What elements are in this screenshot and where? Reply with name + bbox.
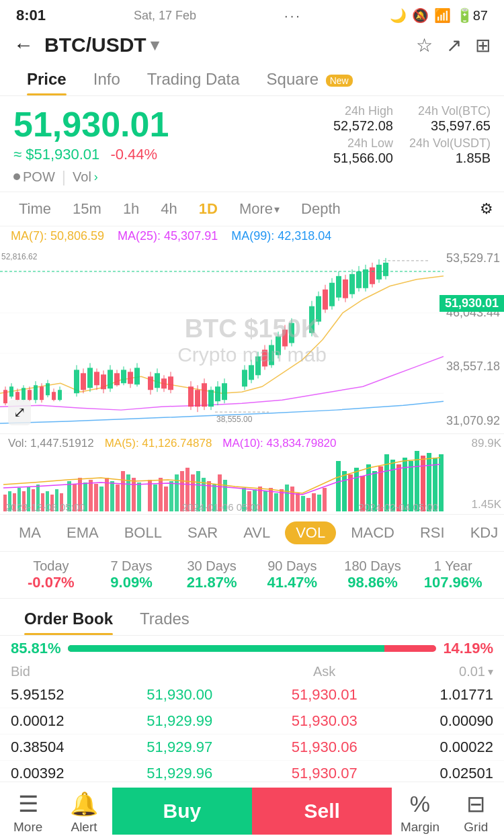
vol-btc-value: 35,597.65 (409, 118, 491, 134)
perf-30d-value: 21.87% (171, 574, 252, 591)
chart-tab-1d[interactable]: 1D (191, 198, 226, 220)
price-tags: POW | Vol › (13, 167, 169, 186)
ob-row-1[interactable]: 0.00012 51,929.99 51,930.03 0.00090 (0, 708, 504, 734)
nav-margin[interactable]: % Margin (392, 783, 448, 840)
chart-tab-more[interactable]: More ▾ (231, 198, 288, 220)
ob-tab-orderbook[interactable]: Order Book (11, 601, 126, 635)
header-actions: ☆ ↗ ⊞ (416, 34, 491, 56)
ob-row-bid-1: 0.00012 (11, 712, 108, 730)
ob-row-ask-3: 0.02501 (396, 765, 493, 782)
ob-row-ask-price-1: 51,930.03 (252, 712, 396, 730)
indicator-rsi[interactable]: RSI (409, 521, 456, 544)
ob-bar-bid-fill (68, 645, 384, 652)
price-sub: ≈ $51,930.01 -0.44% (13, 146, 169, 163)
ma25-label: MA(25): 45,307.91 (118, 229, 218, 243)
perf-1y: 1 Year 107.96% (413, 558, 493, 591)
indicator-boll[interactable]: BOLL (114, 521, 173, 544)
tab-price[interactable]: Price (13, 62, 80, 95)
chart-svg: 52,816.62 38,555.00 (0, 246, 444, 433)
ob-row-ask-0: 1.01771 (396, 686, 493, 704)
indicator-kdj[interactable]: KDJ (460, 521, 504, 544)
price-label-p3: 38,557.18 (444, 360, 500, 374)
size-dropdown-icon[interactable]: ▾ (488, 665, 493, 678)
vol-usdt-label: 24h Vol(USDT) (409, 136, 491, 151)
status-bar: 8:01 Sat, 17 Feb ··· 🌙 🔕 📶 🔋87 (0, 0, 504, 28)
high-label: 24h High (312, 104, 393, 118)
nav-more[interactable]: ☰ More (0, 782, 56, 840)
bottom-nav: ☰ More 🔔 Alert Buy Sell % Margin ⊟ Grid (0, 782, 504, 840)
alert-label: Alert (71, 820, 97, 835)
ob-header: Bid Ask 0.01 ▾ (0, 661, 504, 682)
dropdown-icon[interactable]: ▾ (151, 36, 159, 54)
nav-alert[interactable]: 🔔 Alert (56, 782, 112, 840)
indicator-macd[interactable]: MACD (340, 521, 405, 544)
indicator-sar[interactable]: SAR (177, 521, 228, 544)
ma7-label: MA(7): 50,806.59 (11, 229, 104, 243)
star-icon[interactable]: ☆ (416, 34, 433, 56)
date-label-2: 2024-01-06 05:00 (182, 501, 261, 513)
back-button[interactable]: ← (13, 34, 34, 56)
status-time: 8:01 (16, 7, 46, 24)
date-label-1: 2023-12-08 05:00 (5, 501, 85, 513)
ob-row-ask-price-2: 51,930.06 (252, 739, 396, 756)
price-main: 51,930.01 (13, 104, 169, 144)
nav-grid[interactable]: ⊟ Grid (448, 782, 504, 840)
ob-row-ask-1: 0.00090 (396, 712, 493, 730)
chart-area[interactable]: BTC $150K Crypto man mab (0, 246, 504, 434)
chart-tab-depth[interactable]: Depth (293, 198, 349, 220)
tab-square[interactable]: Square New (253, 62, 366, 95)
high-value: 52,572.08 (312, 118, 393, 134)
pow-tag: POW (13, 169, 55, 185)
ob-row-0[interactable]: 5.95152 51,930.00 51,930.01 1.01771 (0, 682, 504, 708)
ob-bid-pct: 85.81% (11, 640, 61, 657)
indicator-avl[interactable]: AVL (233, 521, 281, 544)
sell-button[interactable]: Sell (252, 788, 392, 835)
ob-row-bid-price-2: 51,929.97 (108, 739, 252, 756)
share-icon[interactable]: ↗ (446, 34, 462, 56)
battery-icon: 🔋87 (456, 7, 488, 24)
chart-settings-icon[interactable]: ⚙ (480, 200, 493, 218)
vol-tag[interactable]: Vol › (73, 169, 98, 185)
tab-info[interactable]: Info (80, 62, 134, 95)
fullscreen-button[interactable]: ⤢ (8, 400, 31, 425)
tab-trading-data[interactable]: Trading Data (134, 62, 253, 95)
buy-button[interactable]: Buy (112, 788, 252, 835)
low-value: 51,566.00 (312, 151, 393, 166)
pair-title[interactable]: BTC/USDT ▾ (44, 34, 405, 56)
grid-icon[interactable]: ⊞ (475, 34, 491, 56)
indicator-ema[interactable]: EMA (56, 521, 110, 544)
chart-tab-4h[interactable]: 4h (153, 198, 185, 220)
ob-bar (68, 645, 437, 652)
bell-icon: 🔕 (412, 7, 429, 24)
more-icon: ☰ (18, 790, 38, 817)
ma99-label: MA(99): 42,318.04 (231, 229, 331, 243)
ob-row-bid-price-0: 51,930.00 (108, 686, 252, 704)
date-label-3: 2024-02-04 05:00 (359, 501, 438, 513)
perf-180d-value: 98.86% (333, 574, 413, 591)
ob-row-bid-2: 0.38504 (11, 739, 108, 756)
indicator-ma[interactable]: MA (8, 521, 52, 544)
ob-row-ask-price-0: 51,930.01 (252, 686, 396, 704)
more-label: More (13, 820, 42, 835)
chart-time-tabs: Time 15m 1h 4h 1D More ▾ Depth ⚙ (0, 192, 504, 226)
chart-tab-15m[interactable]: 15m (65, 198, 110, 220)
moon-icon: 🌙 (390, 7, 407, 24)
ob-row-ask-price-3: 51,930.07 (252, 765, 396, 782)
ob-row-2[interactable]: 0.38504 51,929.97 51,930.06 0.00022 (0, 734, 504, 761)
margin-icon: % (410, 791, 430, 817)
chart-tab-time[interactable]: Time (11, 198, 59, 220)
status-date: Sat, 17 Feb (134, 9, 196, 23)
perf-30d: 30 Days 21.87% (171, 558, 252, 591)
svg-text:38,555.00: 38,555.00 (216, 415, 253, 424)
indicator-vol[interactable]: VOL (285, 521, 336, 544)
grid-label: Grid (464, 820, 488, 835)
header: ← BTC/USDT ▾ ☆ ↗ ⊞ (0, 28, 504, 62)
chart-tab-1h[interactable]: 1h (115, 198, 147, 220)
performance-row: Today -0.07% 7 Days 9.09% 30 Days 21.87%… (0, 552, 504, 599)
vol-low-label: 1.45K (472, 498, 501, 511)
ob-tab-trades[interactable]: Trades (126, 601, 203, 635)
alert-icon: 🔔 (70, 790, 98, 817)
vol-usdt-value: 1.85B (409, 151, 491, 166)
status-icons: 🌙 🔕 📶 🔋87 (390, 7, 488, 24)
more-arrow-icon: ▾ (274, 203, 280, 216)
